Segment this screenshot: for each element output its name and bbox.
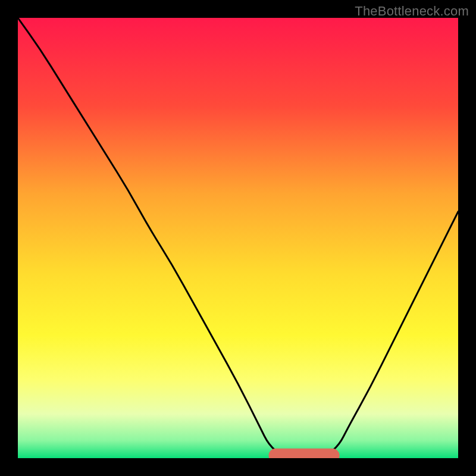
watermark-text: TheBottleneck.com bbox=[355, 4, 469, 19]
chart-canvas bbox=[18, 18, 458, 458]
bottleneck-chart bbox=[18, 18, 458, 458]
optimal-band-marker bbox=[269, 449, 339, 458]
gradient-background bbox=[18, 18, 458, 458]
